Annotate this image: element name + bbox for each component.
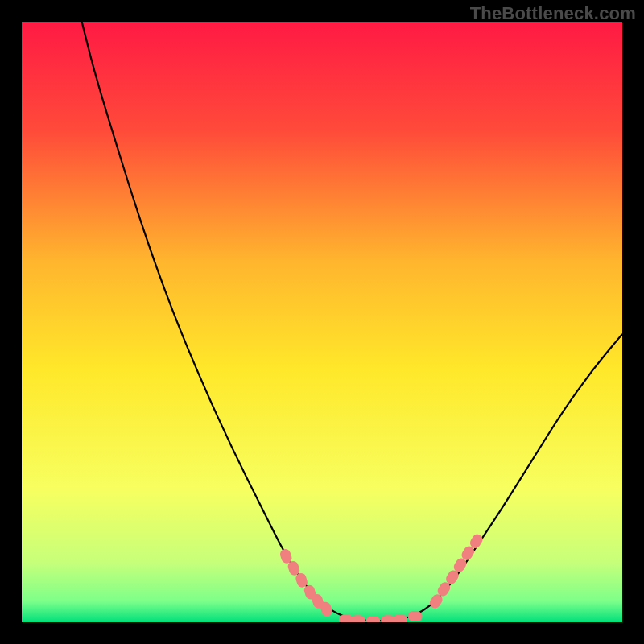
data-marker — [351, 615, 365, 622]
gradient-background — [22, 22, 622, 622]
svg-rect-10 — [393, 615, 407, 622]
svg-rect-11 — [408, 611, 423, 621]
plot-area — [22, 22, 622, 622]
svg-rect-7 — [351, 615, 365, 622]
data-marker — [393, 615, 407, 622]
watermark: TheBottleneck.com — [470, 3, 636, 24]
data-marker — [408, 611, 423, 621]
chart-svg — [22, 22, 622, 622]
